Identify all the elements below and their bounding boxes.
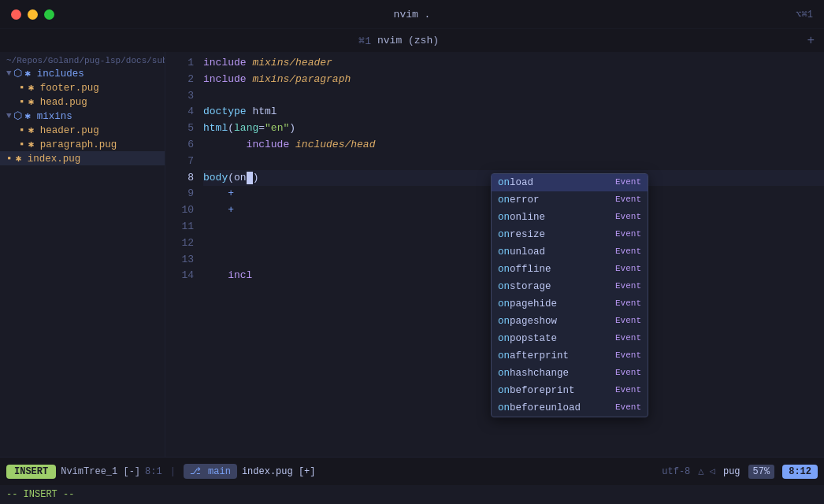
scroll-percent: 57% xyxy=(748,465,775,479)
kw-str-en: "en" xyxy=(265,120,289,137)
ac-label-onafterprint: onafterprint xyxy=(498,348,615,364)
branch-icon: ⎇ xyxy=(190,466,206,477)
ac-item-onerror[interactable]: onerror Event xyxy=(492,191,648,209)
status-pos-left: 8:1 xyxy=(145,466,162,477)
kw-body-paren-close: ) xyxy=(253,170,259,187)
sidebar-item-footer-pug[interactable]: ▪ ✱ footer.pug xyxy=(0,80,165,94)
window-shortcut: ⌥⌘1 xyxy=(796,9,813,20)
ac-label-onload: onload xyxy=(498,175,615,191)
ac-type-onresize: Event xyxy=(615,228,641,242)
editor-cursor xyxy=(247,172,253,184)
footer-pug-label: ✱ footer.pug xyxy=(28,81,99,94)
ac-item-onafterprint[interactable]: onafterprint Event xyxy=(492,347,648,365)
editor-area[interactable]: 1 2 3 4 5 6 7 8 9 10 11 12 13 14 include… xyxy=(165,52,824,457)
ac-label-onbeforeprint: onbeforeprint xyxy=(498,383,615,398)
root-path: ~/Repos/Goland/pug-lsp/docs/subj xyxy=(0,56,165,65)
sidebar-item-head-pug[interactable]: ▪ ✱ head.pug xyxy=(0,94,165,109)
ac-label-onpopstate: onpopstate xyxy=(498,331,615,346)
mode-indicator: INSERT xyxy=(6,465,56,479)
sidebar-item-includes[interactable]: ▼ ⬡ ✱ includes xyxy=(0,66,165,80)
line-num-1: 1 xyxy=(165,55,194,72)
git-branch: ⎇ main xyxy=(184,464,237,479)
kw-paren-close: ) xyxy=(289,120,295,137)
ac-type-onpagehide: Event xyxy=(615,297,641,311)
arrow-includes: ▼ xyxy=(6,69,12,78)
ac-item-ononline[interactable]: ononline Event xyxy=(492,209,648,226)
sidebar-item-header-pug[interactable]: ▪ ✱ header.pug xyxy=(0,123,165,137)
ac-item-onstorage[interactable]: onstorage Event xyxy=(492,278,648,295)
header-pug-label: ✱ header.pug xyxy=(28,124,99,136)
ac-item-onoffline[interactable]: onoffline Event xyxy=(492,261,648,278)
git-status: △ ◁ xyxy=(698,465,715,477)
line-num-14: 14 xyxy=(165,268,194,284)
main-layout: ~/Repos/Goland/pug-lsp/docs/subj ▼ ⬡ ✱ i… xyxy=(0,52,824,457)
ac-item-onresize[interactable]: onresize Event xyxy=(492,226,648,243)
includes-label: ✱ includes xyxy=(25,67,84,80)
line-num-13: 13 xyxy=(165,252,194,269)
ac-type-onbeforeprint: Event xyxy=(615,384,641,398)
autocomplete-dropdown[interactable]: onload Event onerror Event ononline Even… xyxy=(491,173,648,417)
encoding: utf-8 xyxy=(662,466,690,477)
index-pug-label: ✱ index.pug xyxy=(16,152,81,165)
line-num-11: 11 xyxy=(165,219,194,235)
ac-item-onbeforeprint[interactable]: onbeforeprint Event xyxy=(492,382,648,399)
ac-item-onhashchange[interactable]: onhashchange Event xyxy=(492,365,648,382)
minimize-button[interactable] xyxy=(28,9,38,20)
line-num-9: 9 xyxy=(165,186,194,202)
ac-item-onload[interactable]: onload Event xyxy=(492,174,648,191)
path-6: includes/head xyxy=(295,137,375,154)
kw-body: body xyxy=(203,170,228,187)
line-num-7: 7 xyxy=(165,154,194,170)
close-button[interactable] xyxy=(11,9,21,20)
line-num-10: 10 xyxy=(165,202,194,219)
command-line: -- INSERT -- xyxy=(0,485,824,504)
kw-include-2: include xyxy=(203,72,252,88)
status-left: INSERT NvimTree_1 [-] 8:1 xyxy=(6,465,162,479)
file-icon-paragraph: ▪ xyxy=(19,139,25,150)
ac-item-onpageshow[interactable]: onpageshow Event xyxy=(492,313,648,330)
file-icon-header: ▪ xyxy=(19,124,25,136)
sidebar-item-index-pug[interactable]: ▪ ✱ index.pug xyxy=(0,151,165,165)
current-file: index.pug [+] xyxy=(242,466,316,477)
status-right: utf-8 △ ◁ pug 57% 8:12 xyxy=(662,465,818,479)
sidebar-root: ~/Repos/Goland/pug-lsp/docs/subj xyxy=(0,55,165,66)
ac-label-onbeforeunload: onbeforeunload xyxy=(498,400,615,416)
file-type: pug xyxy=(723,466,740,477)
ac-type-onerror: Event xyxy=(615,193,641,207)
kw-plus-9: + xyxy=(228,186,234,202)
file-icon-head: ▪ xyxy=(19,96,25,108)
ac-item-onpagehide[interactable]: onpagehide Event xyxy=(492,295,648,313)
maximize-button[interactable] xyxy=(44,9,54,20)
sidebar-item-mixins[interactable]: ▼ ⬡ ✱ mixins xyxy=(0,109,165,123)
kw-on-text: on xyxy=(234,170,247,187)
sidebar-item-paragraph-pug[interactable]: ▪ ✱ paragraph.pug xyxy=(0,137,165,151)
cursor-position: 8:12 xyxy=(782,465,818,479)
ac-label-onerror: onerror xyxy=(498,192,615,208)
new-tab-button[interactable]: + xyxy=(797,34,824,48)
tab-nvim[interactable]: ⌘1 nvim (zsh) xyxy=(0,29,797,53)
code-line-3 xyxy=(203,88,824,105)
branch-name: main xyxy=(208,466,231,477)
folder-icon-includes: ⬡ xyxy=(13,67,22,80)
kw-plus-10: + xyxy=(228,202,234,219)
line-num-3: 3 xyxy=(165,88,194,105)
kw-body-paren: ( xyxy=(228,170,234,187)
code-lines: include mixins/header include mixins/par… xyxy=(203,55,824,457)
ac-item-onbeforeunload[interactable]: onbeforeunload Event xyxy=(492,399,648,417)
tab-bar: ⌘1 nvim (zsh) + xyxy=(0,28,824,52)
file-icon-footer: ▪ xyxy=(19,82,25,94)
kw-html-tag: html xyxy=(203,120,228,137)
ac-item-onpopstate[interactable]: onpopstate Event xyxy=(492,330,648,347)
line-num-5: 5 xyxy=(165,120,194,137)
ac-item-onunload[interactable]: onunload Event xyxy=(492,243,648,261)
line-num-8: 8 xyxy=(165,170,194,187)
path-1: mixins/header xyxy=(252,55,332,72)
kw-paren-open: ( xyxy=(228,120,234,137)
ac-type-onstorage: Event xyxy=(615,280,641,294)
ac-type-onunload: Event xyxy=(615,245,641,259)
ac-label-onresize: onresize xyxy=(498,227,615,243)
ac-label-onunload: onunload xyxy=(498,244,615,260)
code-line-7 xyxy=(203,154,824,170)
kw-attr-lang: lang xyxy=(234,120,258,137)
paragraph-pug-label: ✱ paragraph.pug xyxy=(28,138,117,150)
